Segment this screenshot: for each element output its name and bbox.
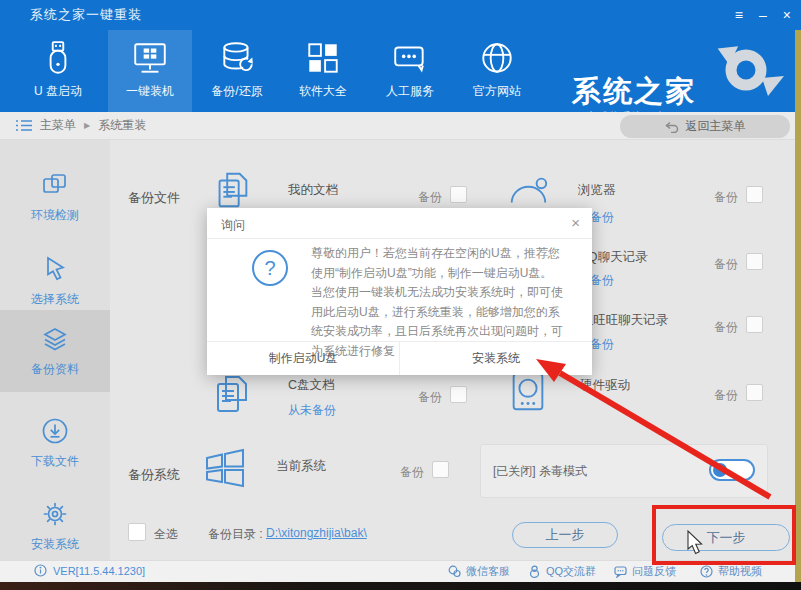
info-icon — [34, 564, 47, 577]
statusbar-link-help-video[interactable]: 帮助视频 — [700, 564, 762, 579]
database-restore-icon — [218, 39, 256, 77]
documents-icon — [208, 370, 254, 420]
dialog-separator — [207, 238, 592, 239]
back-to-main-menu-button[interactable]: 返回主菜单 — [620, 115, 790, 138]
windows-logo-icon — [202, 446, 248, 492]
prev-step-button[interactable]: 上一步 — [512, 522, 618, 548]
backup-item-current-system: 当前系统 — [276, 458, 326, 475]
backup-checkbox-current-system[interactable] — [432, 461, 449, 478]
back-arrow-icon — [665, 121, 679, 133]
backup-checkbox-c-drive-docs[interactable] — [450, 386, 467, 403]
toolbar-label: U 盘启动 — [34, 83, 82, 100]
menu-icon[interactable]: ≡ — [735, 0, 743, 30]
make-boot-usb-button[interactable]: 制作启动U盘 — [207, 342, 399, 375]
backup-label: 备份 — [714, 189, 738, 206]
antivirus-mode-panel: [已关闭] 杀毒模式 — [480, 444, 768, 498]
question-mark-icon: ? — [252, 250, 288, 286]
screen-edge-strip — [795, 30, 801, 582]
status-bar: VER[11.5.44.1230] 微信客服 QQ交流群 问题反馈 — [0, 560, 801, 582]
toolbar-label: 人工服务 — [386, 83, 434, 100]
backup-label: 备份 — [400, 464, 424, 481]
backup-checkbox-wangwang-chat[interactable] — [746, 316, 763, 333]
statusbar-link-qq-group[interactable]: QQ交流群 — [528, 564, 596, 579]
sidebar-item-download-files[interactable]: 下载文件 — [0, 402, 110, 484]
backup-checkbox-browser[interactable] — [746, 186, 763, 203]
download-circle-icon — [40, 416, 70, 446]
statusbar-link-label: QQ交流群 — [546, 564, 596, 579]
back-button-label: 返回主菜单 — [686, 118, 746, 135]
window-title: 系统之家一键重装 — [30, 6, 142, 24]
dialog-title: 询问 — [221, 217, 245, 234]
toolbar-item-usb-boot[interactable]: U 盘启动 — [16, 30, 100, 112]
breadcrumb-separator-icon: ▶ — [84, 121, 90, 130]
cursor-arrow-icon — [40, 254, 70, 284]
backup-label: 备份 — [714, 256, 738, 273]
toolbar-item-software[interactable]: 软件大全 — [281, 30, 365, 112]
sidebar-label: 备份资料 — [31, 361, 79, 378]
statusbar-link-label: 微信客服 — [466, 564, 510, 579]
backup-checkbox-my-documents[interactable] — [450, 186, 467, 203]
statusbar-link-label: 问题反馈 — [632, 564, 676, 579]
backup-dir-label: 备份目录 : — [208, 526, 263, 543]
sidebar: 环境检测 选择系统 备份资料 下载文件 — [0, 140, 110, 560]
gear-icon — [40, 499, 70, 529]
backup-label: 备份 — [418, 389, 442, 406]
toggle-knob — [713, 463, 727, 477]
dialog-button-row: 制作启动U盘 安装系统 — [207, 341, 592, 375]
version-text: VER[11.5.44.1230] — [53, 565, 145, 577]
antivirus-mode-label: [已关闭] 杀毒模式 — [493, 463, 587, 480]
dialog-paragraph: 尊敬的用户！若您当前存在空闲的U盘，推荐您使用“制作启动U盘”功能，制作一键启动… — [311, 244, 569, 283]
title-bar: 系统之家一键重装 — [0, 0, 801, 30]
toolbar-label: 一键装机 — [126, 83, 174, 100]
backup-item-browser: 浏览器 — [578, 182, 616, 199]
toolbar-item-one-key-install[interactable]: 一键装机 — [108, 30, 192, 112]
app-window: 系统之家一键重装 ≡ – × U 盘启动 一键装机 — [0, 0, 801, 590]
main-toolbar: U 盘启动 一键装机 备份/还原 — [0, 30, 801, 112]
toolbar-label: 软件大全 — [299, 83, 347, 100]
version-info: VER[11.5.44.1230] — [34, 564, 145, 577]
help-question-icon — [700, 565, 713, 578]
backup-files-group-label: 备份文件 — [128, 189, 180, 207]
toolbar-item-service[interactable]: 人工服务 — [368, 30, 452, 112]
sidebar-item-install-system[interactable]: 安装系统 — [0, 485, 110, 567]
backup-dir-link[interactable]: D:\xitongzhijia\bak\ — [266, 526, 367, 540]
minimize-icon[interactable]: – — [759, 0, 767, 30]
monitor-windows-icon — [131, 39, 169, 77]
backup-system-group-label: 备份系统 — [128, 466, 180, 484]
backup-label: 备份 — [418, 189, 442, 206]
antivirus-toggle[interactable] — [709, 459, 755, 481]
screen-bottom-strip — [0, 582, 801, 590]
next-step-button[interactable]: 下一步 — [662, 524, 790, 551]
usb-drive-icon — [39, 39, 77, 77]
backup-label: 备份 — [714, 319, 738, 336]
sidebar-item-backup-data[interactable]: 备份资料 — [0, 310, 110, 392]
globe-icon — [478, 39, 516, 77]
backup-item-c-drive-docs: C盘文档 — [288, 377, 335, 394]
statusbar-link-wechat[interactable]: 微信客服 — [448, 564, 510, 579]
close-icon[interactable]: × — [783, 0, 791, 30]
hardware-driver-icon — [506, 368, 550, 418]
dialog-close-icon[interactable]: × — [571, 214, 580, 231]
toolbar-label: 备份/还原 — [211, 83, 262, 100]
breadcrumb-root[interactable]: 主菜单 — [40, 117, 76, 134]
feedback-bubble-icon — [614, 565, 627, 578]
backup-item-my-documents: 我的文档 — [288, 182, 338, 199]
statusbar-link-label: 帮助视频 — [718, 564, 762, 579]
toolbar-item-website[interactable]: 官方网站 — [455, 30, 539, 112]
brand-logo-text: 系统之家 — [572, 72, 696, 112]
sidebar-label: 选择系统 — [31, 291, 79, 308]
select-all-checkbox[interactable] — [128, 523, 146, 541]
backup-checkbox-hardware-drivers[interactable] — [746, 384, 763, 401]
backup-checkbox-qq-chat[interactable] — [746, 253, 763, 270]
install-system-button[interactable]: 安装系统 — [399, 342, 592, 375]
brand-swirl-icon — [700, 40, 788, 96]
backup-status-c-drive-docs: 从未备份 — [288, 402, 336, 419]
software-grid-icon — [304, 39, 342, 77]
statusbar-link-feedback[interactable]: 问题反馈 — [614, 564, 676, 579]
breadcrumb-current: 系统重装 — [98, 117, 146, 134]
sidebar-item-env-check[interactable]: 环境检测 — [0, 156, 110, 238]
toolbar-item-backup-restore[interactable]: 备份/还原 — [195, 30, 279, 112]
select-all-label: 全选 — [154, 526, 178, 543]
qq-penguin-icon — [528, 565, 541, 578]
menu-list-icon — [16, 119, 32, 132]
